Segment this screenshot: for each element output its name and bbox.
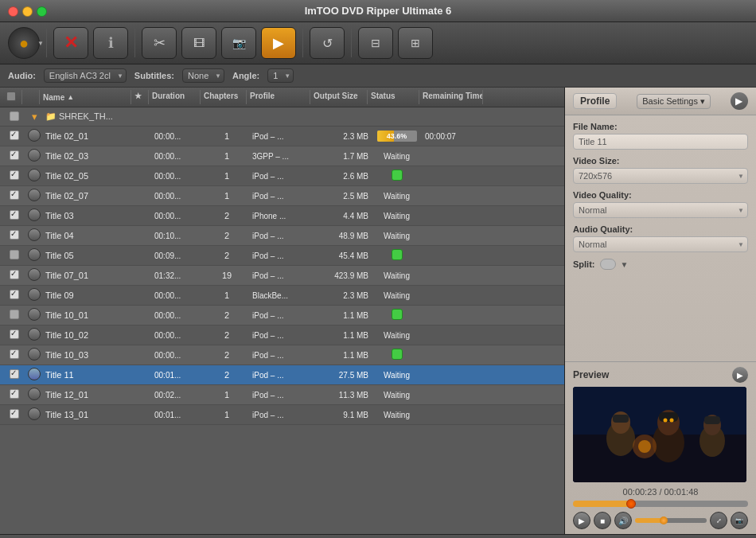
main-area: Name ▲ ★ Duration Chapters Profile Outpu… (0, 88, 756, 534)
effects-button[interactable]: 🎞 (181, 27, 216, 59)
row-name: Title 03 (43, 210, 134, 221)
row-checkbox[interactable] (10, 349, 19, 359)
table-row[interactable]: Title 02_01 00:00... 1 iPod – ... 2.3 MB… (0, 127, 564, 146)
row-checkbox[interactable] (10, 409, 19, 419)
table-row[interactable]: Title 09 00:00... 1 BlackBe... 2.3 MB Wa… (0, 286, 564, 306)
row-checkbox[interactable] (10, 310, 19, 319)
video-quality-select[interactable]: Normal (573, 202, 748, 218)
row-checkbox[interactable] (10, 250, 19, 259)
table-row[interactable]: Title 02_05 00:00... 1 iPod – ... 2.6 MB (0, 166, 564, 186)
table-row[interactable]: Title 04 00:10... 2 iPod – ... 48.9 MB W… (0, 226, 564, 246)
merge-view-button[interactable]: ⊞ (398, 27, 433, 59)
th-remaining[interactable]: Remaining Time (419, 90, 483, 104)
th-chapters[interactable]: Chapters (201, 90, 247, 104)
row-checkbox[interactable] (10, 131, 19, 140)
row-remain (423, 255, 486, 256)
row-name: Title 10_02 (43, 329, 134, 341)
row-duration: 00:00... (152, 290, 204, 301)
row-status-icon (28, 368, 41, 380)
audio-quality-select[interactable]: Normal (573, 236, 748, 252)
row-checkbox[interactable] (10, 210, 19, 220)
table-row[interactable]: Title 10_02 00:00... 2 iPod – ... 1.1 MB… (0, 326, 564, 345)
th-status[interactable]: Status (368, 90, 419, 104)
row-checkbox[interactable] (10, 389, 19, 399)
file-name-label: File Name: (573, 122, 748, 131)
video-frame (573, 387, 746, 482)
th-duration[interactable]: Duration (149, 90, 201, 104)
row-checkbox[interactable] (10, 150, 19, 160)
row-remain (423, 195, 486, 197)
volume-button[interactable]: 🔊 (614, 512, 632, 529)
revert-button[interactable]: ↺ (310, 27, 345, 59)
preview-scrubber[interactable] (573, 501, 748, 507)
disc-button[interactable]: ● ▼ (8, 27, 40, 59)
row-checkbox[interactable] (10, 230, 19, 240)
video-size-select-wrap[interactable]: 720x576 (573, 168, 748, 184)
info-button[interactable]: ℹ (93, 27, 128, 59)
video-quality-select-wrap[interactable]: Normal (573, 202, 748, 218)
table-row[interactable]: Title 12_01 00:02... 1 iPod – ... 11.3 M… (0, 385, 564, 405)
table-row[interactable]: Title 03 00:00... 2 iPhone ... 4.4 MB Wa… (0, 206, 564, 226)
row-checkbox[interactable] (10, 190, 19, 200)
split-group: Split: ▼ (573, 259, 748, 270)
table-header: Name ▲ ★ Duration Chapters Profile Outpu… (0, 88, 564, 107)
subtitles-select[interactable]: None (182, 68, 224, 83)
row-chapters: 19 (204, 270, 250, 281)
audio-select[interactable]: English AC3 2cl (44, 68, 127, 83)
row-checkbox[interactable] (10, 369, 19, 379)
file-name-input[interactable] (573, 134, 748, 150)
row-profile: iPod – ... (250, 251, 314, 261)
folder-checkbox[interactable] (10, 111, 19, 121)
audio-select-wrap[interactable]: English AC3 2cl (44, 68, 127, 83)
row-status (371, 248, 423, 263)
fullscreen-button[interactable]: ⤢ (710, 512, 727, 529)
video-size-select[interactable]: 720x576 (573, 168, 748, 184)
th-name[interactable]: Name ▲ (40, 90, 131, 104)
scrubber-thumb[interactable] (626, 499, 636, 509)
row-checkbox[interactable] (10, 290, 19, 299)
table-row[interactable]: Title 07_01 01:32... 19 iPod – ... 423.9… (0, 266, 564, 286)
table-row[interactable]: Title 10_03 00:00... 2 iPod – ... 1.1 MB (0, 345, 564, 365)
audio-quality-select-wrap[interactable]: Normal (573, 236, 748, 252)
stop-preview-button[interactable]: ■ (594, 512, 611, 529)
screenshot-button[interactable]: 📷 (731, 512, 748, 529)
snapshot-button[interactable]: 📷 (221, 27, 256, 59)
row-name: Title 02_07 (43, 190, 134, 201)
basic-settings-button[interactable]: Basic Settings ▾ (637, 94, 711, 109)
table-row[interactable]: Title 02_07 00:00... 1 iPod – ... 2.5 MB… (0, 186, 564, 206)
table-row[interactable]: Title 05 00:09... 2 iPod – ... 45.4 MB (0, 246, 564, 266)
th-profile[interactable]: Profile (247, 90, 310, 104)
profile-arrow-button[interactable]: ▶ (731, 92, 748, 110)
trim-button[interactable]: ✂ (142, 27, 177, 59)
folder-row[interactable]: ▾ 📁SHREK_TH... (0, 107, 564, 127)
row-remain (423, 414, 486, 415)
volume-slider[interactable] (635, 518, 707, 523)
angle-select[interactable]: 1 (267, 68, 294, 83)
table-row[interactable]: Title 02_03 00:00... 1 3GPP – ... 1.7 MB… (0, 146, 564, 166)
th-output-size[interactable]: Output Size (310, 90, 368, 104)
table-row[interactable]: Title 11 00:01... 2 iPod – ... 27.5 MB W… (0, 365, 564, 385)
row-name: Title 10_01 (43, 310, 134, 321)
row-duration: 00:01... (152, 370, 204, 380)
split-view-button[interactable]: ⊟ (358, 27, 393, 59)
subtitles-select-wrap[interactable]: None (182, 68, 224, 83)
table-row[interactable]: Title 10_01 00:00... 2 iPod – ... 1.1 MB (0, 306, 564, 326)
minimize-button[interactable] (22, 6, 33, 17)
row-checkbox[interactable] (10, 170, 19, 180)
app-title: ImTOO DVD Ripper Ultimate 6 (305, 5, 452, 17)
split-toggle[interactable] (600, 259, 616, 270)
row-checkbox[interactable] (10, 329, 19, 339)
table-row[interactable]: Title 13_01 00:01... 1 iPod – ... 9.1 MB… (0, 405, 564, 425)
preview-expand-button[interactable]: ▶ (732, 367, 748, 383)
row-name: Title 09 (43, 290, 134, 301)
angle-select-wrap[interactable]: 1 (267, 68, 294, 83)
profile-tab[interactable]: Profile (573, 93, 617, 109)
close-button[interactable] (8, 6, 18, 17)
volume-thumb[interactable] (660, 517, 668, 524)
stop-button[interactable]: ✕ (53, 27, 88, 59)
convert-button[interactable]: ▶ (261, 27, 296, 59)
play-button[interactable]: ▶ (573, 512, 590, 529)
row-checkbox[interactable] (10, 270, 19, 279)
file-list[interactable]: ▾ 📁SHREK_TH... Title 02_01 00:00... 1 iP… (0, 107, 564, 534)
maximize-button[interactable] (37, 6, 47, 17)
